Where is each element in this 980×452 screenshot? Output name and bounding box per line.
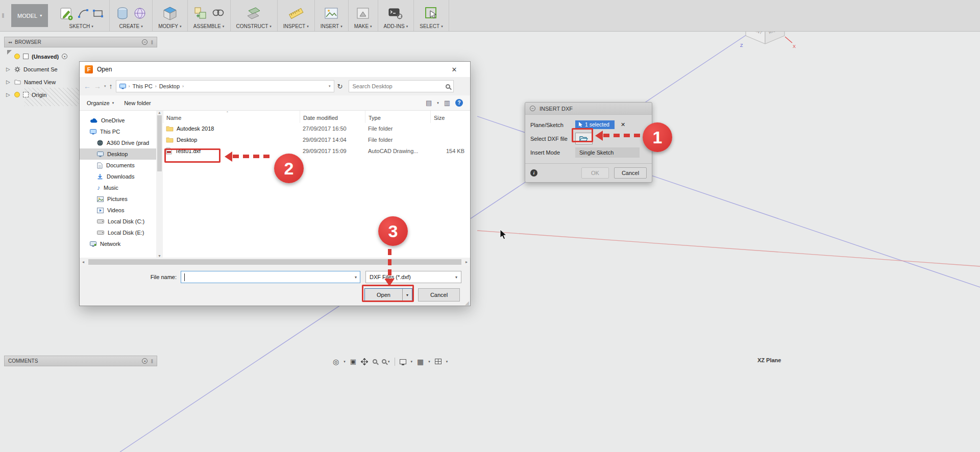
minimize-panel-icon[interactable] bbox=[142, 39, 148, 45]
help-icon[interactable]: ? bbox=[455, 99, 463, 107]
palette-header[interactable]: INSERT DXF bbox=[525, 103, 652, 115]
sidebar-item-network[interactable]: Network bbox=[80, 238, 156, 249]
collapse-palette-icon[interactable] bbox=[530, 106, 535, 111]
sidebar-item-pictures[interactable]: Pictures bbox=[80, 193, 156, 205]
joint-search-icon[interactable] bbox=[211, 7, 225, 20]
expand-arrow-icon[interactable] bbox=[6, 92, 11, 97]
browser-panel-header[interactable]: BROWSER bbox=[4, 37, 157, 47]
create-sketch-icon[interactable] bbox=[59, 6, 74, 21]
comments-panel-header[interactable]: COMMENTS bbox=[4, 356, 157, 366]
sidebar-item-desktop[interactable]: Desktop bbox=[80, 148, 156, 160]
fit-view-icon[interactable] bbox=[382, 359, 386, 364]
chevron-down-icon[interactable] bbox=[388, 360, 390, 364]
panel-grip-icon[interactable] bbox=[151, 39, 153, 45]
forward-icon[interactable] bbox=[94, 82, 101, 90]
insert-mode-select[interactable]: Single Sketch bbox=[575, 147, 640, 158]
refresh-icon[interactable] bbox=[337, 83, 343, 90]
ribbon-label-construct[interactable]: CONSTRUCT bbox=[236, 23, 272, 29]
recent-locations-icon[interactable] bbox=[104, 84, 106, 88]
document-status-icon[interactable] bbox=[62, 54, 67, 59]
palette-cancel-button[interactable]: Cancel bbox=[614, 167, 647, 179]
viewports-icon[interactable] bbox=[435, 359, 442, 364]
grid-snap-icon[interactable] bbox=[417, 358, 424, 366]
column-header-name[interactable]: Name bbox=[163, 111, 300, 123]
select-tool-icon[interactable] bbox=[424, 6, 439, 20]
column-header-date[interactable]: Date modified bbox=[300, 111, 365, 123]
chevron-down-icon[interactable] bbox=[428, 360, 430, 364]
info-icon[interactable]: i bbox=[530, 169, 537, 177]
browser-item-document-settings[interactable]: Document Se bbox=[6, 63, 67, 76]
sidebar-item-this-pc[interactable]: This PC bbox=[80, 126, 156, 137]
file-row-autodesk-2018[interactable]: Autodesk 2018 27/09/2017 16:50 File fold… bbox=[163, 123, 470, 134]
file-name-combo[interactable] bbox=[181, 271, 360, 283]
collapse-panel-icon[interactable] bbox=[8, 40, 12, 44]
chevron-down-icon[interactable] bbox=[446, 360, 448, 364]
construct-plane-icon[interactable] bbox=[246, 6, 262, 21]
workspace-selector-model[interactable]: MODEL bbox=[11, 4, 48, 27]
scroll-left-icon[interactable] bbox=[80, 260, 86, 264]
ribbon-label-modify[interactable]: MODIFY bbox=[158, 23, 181, 29]
display-settings-icon[interactable] bbox=[400, 359, 406, 364]
search-box[interactable] bbox=[349, 80, 454, 92]
file-row-desktop[interactable]: Desktop 29/09/2017 14:04 File folder bbox=[163, 134, 470, 145]
ribbon-label-select[interactable]: SELECT bbox=[420, 23, 443, 29]
sidebar-scrollbar[interactable] bbox=[156, 111, 163, 258]
assemble-component-icon[interactable] bbox=[193, 6, 208, 21]
visibility-bulb-icon[interactable] bbox=[14, 54, 20, 59]
expand-arrow-icon[interactable] bbox=[6, 79, 11, 85]
pan-icon[interactable] bbox=[361, 358, 368, 365]
dialog-title-bar[interactable]: F Open bbox=[80, 62, 470, 77]
file-type-select[interactable]: DXF Files (*.dxf) bbox=[365, 271, 461, 283]
modify-press-pull-icon[interactable] bbox=[162, 6, 178, 21]
browser-root-row[interactable]: (Unsaved) bbox=[6, 50, 67, 63]
clear-selection-icon[interactable] bbox=[621, 121, 625, 128]
address-dropdown-icon[interactable] bbox=[329, 84, 331, 88]
look-at-icon[interactable] bbox=[350, 358, 356, 365]
scrollbar-thumb[interactable] bbox=[88, 259, 461, 265]
inspect-measure-icon[interactable] bbox=[288, 6, 304, 20]
resize-grip-icon[interactable] bbox=[465, 300, 469, 306]
chevron-down-icon[interactable] bbox=[355, 275, 357, 280]
preview-pane-icon[interactable] bbox=[444, 99, 450, 107]
close-icon[interactable] bbox=[444, 66, 465, 73]
breadcrumb-this-pc[interactable]: This PC bbox=[133, 83, 153, 89]
back-icon[interactable] bbox=[84, 82, 91, 90]
scroll-down-icon[interactable] bbox=[158, 254, 161, 258]
visibility-bulb-icon[interactable] bbox=[14, 92, 20, 97]
ribbon-label-create[interactable]: CREATE bbox=[119, 23, 142, 29]
orbit-icon[interactable] bbox=[333, 358, 339, 366]
up-icon[interactable] bbox=[109, 82, 113, 90]
column-header-size[interactable]: Size bbox=[430, 111, 469, 123]
make-3d-print-icon[interactable] bbox=[356, 6, 370, 20]
cancel-button[interactable]: Cancel bbox=[418, 288, 460, 302]
new-folder-button[interactable]: New folder bbox=[124, 100, 151, 106]
addins-scripts-icon[interactable] bbox=[388, 6, 403, 20]
sidebar-item-onedrive[interactable]: OneDrive bbox=[80, 115, 156, 126]
zoom-icon[interactable] bbox=[373, 359, 377, 364]
breadcrumb-desktop[interactable]: Desktop bbox=[159, 83, 180, 89]
ribbon-label-inspect[interactable]: INSPECT bbox=[283, 23, 309, 29]
browser-item-named-views[interactable]: Named View bbox=[6, 76, 67, 88]
ok-button[interactable]: OK bbox=[581, 167, 609, 179]
sketch-rectangle-icon[interactable] bbox=[92, 8, 104, 19]
search-icon[interactable] bbox=[446, 84, 450, 89]
ribbon-label-addins[interactable]: ADD-INS bbox=[384, 23, 408, 29]
ribbon-grip-handle[interactable] bbox=[0, 0, 6, 31]
sidebar-item-local-disk-c[interactable]: Local Disk (C:) bbox=[80, 216, 156, 227]
ribbon-label-sketch[interactable]: SKETCH bbox=[69, 23, 93, 29]
scroll-up-icon[interactable] bbox=[158, 111, 161, 114]
expand-arrow-icon[interactable] bbox=[6, 66, 11, 72]
ribbon-label-assemble[interactable]: ASSEMBLE bbox=[193, 23, 224, 29]
comments-toggle-icon[interactable] bbox=[142, 358, 148, 364]
chevron-down-icon[interactable] bbox=[344, 360, 346, 364]
create-form-icon[interactable] bbox=[133, 6, 146, 20]
insert-image-icon[interactable] bbox=[324, 6, 339, 20]
sketch-arc-icon[interactable] bbox=[78, 8, 89, 19]
ribbon-label-make[interactable]: MAKE bbox=[354, 23, 372, 29]
organize-menu[interactable]: Organize bbox=[87, 100, 114, 106]
panel-grip-icon[interactable] bbox=[151, 358, 153, 364]
sidebar-item-a360-drive[interactable]: A360 Drive (prad bbox=[80, 137, 156, 148]
sidebar-item-videos[interactable]: Videos bbox=[80, 205, 156, 216]
column-header-type[interactable]: Type bbox=[365, 111, 430, 123]
sidebar-item-downloads[interactable]: Downloads bbox=[80, 171, 156, 182]
